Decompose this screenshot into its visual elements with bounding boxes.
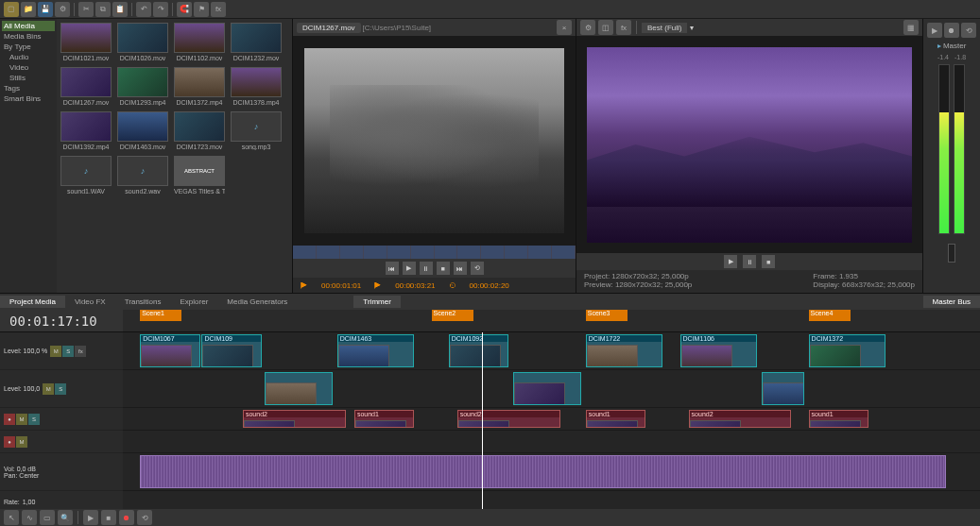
timeline-clip[interactable]: sound1 xyxy=(354,410,414,428)
media-thumb[interactable]: DCIM1378.mp4 xyxy=(231,67,282,106)
timeline-clip[interactable]: DCIM1092 xyxy=(449,334,508,367)
timeline-clip[interactable] xyxy=(762,372,804,405)
trimmer-filmstrip[interactable] xyxy=(293,246,576,259)
track-fx-button[interactable]: fx xyxy=(75,346,86,357)
cut-icon[interactable]: ✂ xyxy=(78,2,94,17)
tab-master-bus[interactable]: Master Bus xyxy=(923,296,980,308)
tree-item-bins[interactable]: Media Bins xyxy=(2,31,55,42)
mute-button[interactable]: M xyxy=(50,346,61,357)
zoom-tool-icon[interactable]: 🔍 xyxy=(58,510,73,525)
media-thumb[interactable]: DCIM1026.mov xyxy=(117,23,168,61)
tree-item-video[interactable]: Video xyxy=(2,62,55,73)
timeline-timecode[interactable]: 00:01:17:10 xyxy=(0,314,123,329)
properties-icon[interactable]: ⚙ xyxy=(55,2,70,17)
solo-button[interactable]: S xyxy=(55,383,66,395)
timeline-clip[interactable]: sound2 xyxy=(689,410,792,428)
snap-icon[interactable]: 🧲 xyxy=(177,2,192,17)
audio-lane-2[interactable] xyxy=(123,431,980,453)
timeline-marker[interactable]: Scene4 xyxy=(809,310,851,321)
media-thumb[interactable]: DCIM1463.mov xyxy=(117,111,168,150)
cursor-tool-icon[interactable]: ↖ xyxy=(4,510,19,525)
tree-item-smart[interactable]: Smart Bins xyxy=(2,93,55,104)
master-play-icon[interactable]: ▶ xyxy=(927,23,942,38)
timeline-clip[interactable]: DCIM1106 xyxy=(680,334,758,367)
envelope-tool-icon[interactable]: ∿ xyxy=(22,510,37,525)
master-fader[interactable] xyxy=(948,244,955,263)
preview-overlay-icon[interactable]: ▦ xyxy=(903,20,919,35)
undo-icon[interactable]: ↶ xyxy=(136,2,151,17)
chevron-down-icon[interactable]: ▾ xyxy=(690,24,694,32)
vol-value[interactable]: 0,0 dB xyxy=(17,466,36,472)
tree-item-stills[interactable]: Stills xyxy=(2,73,55,83)
goto-start-button[interactable]: ⏮ xyxy=(386,262,399,275)
tab-project-media[interactable]: Project Media xyxy=(0,296,65,308)
audio-lane-1[interactable]: sound2sound1sound2sound1sound2sound1 xyxy=(123,408,980,431)
tab-transitions[interactable]: Transitions xyxy=(115,296,171,308)
timeline-track-area[interactable]: DCIM1067DCIM109DCIM1463DCIM1092DCIM1722D… xyxy=(123,332,980,509)
pan-value[interactable]: Center xyxy=(19,472,39,479)
media-thumb[interactable]: DCIM1102.mov xyxy=(174,23,225,61)
media-thumb[interactable]: DCIM1267.mov xyxy=(60,67,112,106)
new-project-icon[interactable]: ▢ xyxy=(4,2,19,17)
timeline-clip[interactable]: DCIM1722 xyxy=(586,334,663,367)
media-thumb[interactable]: DCIM1723.mov xyxy=(174,111,225,150)
preview-settings-icon[interactable]: ⚙ xyxy=(580,20,595,35)
tab-video-fx[interactable]: Video FX xyxy=(65,296,115,308)
pause-button[interactable]: ⏸ xyxy=(420,262,433,275)
tree-item-all-media[interactable]: All Media xyxy=(2,21,55,31)
timeline-clip[interactable]: sound2 xyxy=(243,410,346,428)
timeline-clip[interactable] xyxy=(265,372,334,405)
selection-tool-icon[interactable]: ▭ xyxy=(40,510,55,525)
timeline-marker[interactable]: Scene2 xyxy=(432,310,473,321)
media-thumb[interactable]: DCIM1372.mp4 xyxy=(174,67,225,106)
media-thumb[interactable]: DCIM1293.mp4 xyxy=(117,67,168,106)
open-icon[interactable]: 📁 xyxy=(21,2,36,17)
rate-value[interactable]: 1,00 xyxy=(23,499,36,505)
preview-split-icon[interactable]: ◫ xyxy=(598,20,613,35)
media-thumb[interactable]: ♪song.mp3 xyxy=(231,111,282,150)
copy-icon[interactable]: ⧉ xyxy=(95,2,111,17)
trimmer-preview[interactable] xyxy=(293,36,576,246)
tl-record-button[interactable]: ⏺ xyxy=(119,510,134,525)
tab-media-generators[interactable]: Media Generators xyxy=(217,296,297,308)
loop-button[interactable]: ⟲ xyxy=(471,262,484,275)
video-track-2-header[interactable]: Level: 100,0 MS xyxy=(0,370,123,408)
tree-item-tags[interactable]: Tags xyxy=(2,83,55,93)
video-track-1-header[interactable]: Level: 100,0 % MSfx xyxy=(0,332,123,370)
preview-stop-button[interactable]: ■ xyxy=(762,255,775,268)
play-button[interactable]: ▶ xyxy=(403,262,416,275)
arm-record-button[interactable]: ● xyxy=(4,436,15,448)
media-thumb[interactable]: DCIM1021.mov xyxy=(60,23,112,61)
paste-icon[interactable]: 📋 xyxy=(112,2,128,17)
timeline-marker[interactable]: Scene1 xyxy=(140,310,181,321)
goto-end-button[interactable]: ⏭ xyxy=(454,262,467,275)
timeline-clip[interactable]: DCIM1067 xyxy=(140,334,199,367)
preview-quality-dropdown[interactable]: Best (Full) xyxy=(642,23,687,33)
preview-play-button[interactable]: ▶ xyxy=(724,255,737,268)
timeline-ruler[interactable]: Scene1Scene2Scene3Scene4 xyxy=(123,310,980,331)
fx-icon[interactable]: fx xyxy=(211,2,226,17)
timeline-clip[interactable]: sound2 xyxy=(457,410,560,428)
marker-icon[interactable]: ⚑ xyxy=(194,2,209,17)
preview-fx-icon[interactable]: fx xyxy=(616,20,631,35)
tc-in[interactable]: 00:00:01:01 xyxy=(321,281,361,290)
tl-loop-button[interactable]: ⟲ xyxy=(137,510,152,525)
timeline-clip[interactable]: DCIM1463 xyxy=(337,334,415,367)
mute-button[interactable]: M xyxy=(43,383,54,395)
mute-button[interactable]: M xyxy=(16,436,27,448)
solo-button[interactable]: S xyxy=(28,414,40,425)
audio-track-1-header[interactable]: ●MS xyxy=(0,408,123,431)
close-trimmer-icon[interactable]: × xyxy=(557,20,572,35)
trimmer-filename[interactable]: DCIM1267.mov xyxy=(297,23,361,33)
redo-icon[interactable]: ↷ xyxy=(153,2,168,17)
mute-button[interactable]: M xyxy=(16,414,27,425)
timeline-clip[interactable]: DCIM1372 xyxy=(809,334,886,367)
song-clip[interactable]: song xyxy=(140,455,946,488)
media-thumb[interactable]: ♪sound1.WAV xyxy=(60,156,112,195)
video-lane-2[interactable] xyxy=(123,370,980,408)
audio-track-2-header[interactable]: ●M xyxy=(0,431,123,453)
tab-trimmer[interactable]: Trimmer xyxy=(353,296,400,308)
media-thumb[interactable]: DCIM1392.mp4 xyxy=(60,111,112,150)
media-thumb[interactable]: DCIM1232.mov xyxy=(231,23,282,61)
preview-pause-button[interactable]: ⏸ xyxy=(743,255,756,268)
